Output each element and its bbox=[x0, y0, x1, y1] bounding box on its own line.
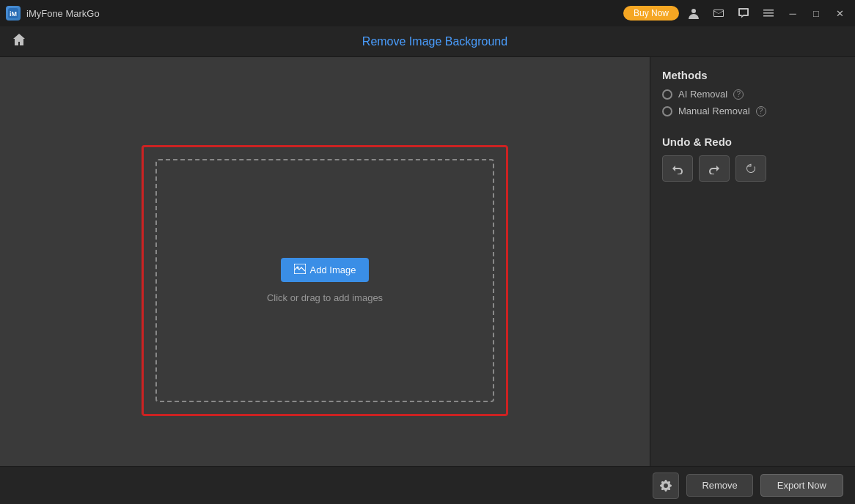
title-bar-controls: Buy Now ─ □ ✕ bbox=[623, 3, 849, 23]
app-title: iMyFone MarkGo bbox=[26, 8, 100, 19]
ai-removal-help-icon[interactable]: ? bbox=[733, 89, 744, 100]
undo-redo-buttons bbox=[662, 155, 843, 182]
manual-removal-help-icon[interactable]: ? bbox=[756, 106, 766, 116]
settings-button[interactable] bbox=[653, 472, 679, 499]
chat-icon-button[interactable] bbox=[733, 3, 754, 23]
page-title: Remove Image Background bbox=[26, 35, 843, 48]
minimize-button[interactable]: ─ bbox=[783, 4, 802, 23]
add-image-button[interactable]: Add Image bbox=[281, 258, 370, 282]
drag-hint: Click or drag to add images bbox=[267, 292, 383, 303]
add-image-label: Add Image bbox=[310, 264, 356, 275]
right-panel: Methods AI Removal ? Manual Removal ? Un… bbox=[650, 57, 855, 504]
bottom-bar: Remove Export Now bbox=[0, 466, 855, 504]
methods-section: Methods AI Removal ? Manual Removal ? bbox=[662, 69, 843, 122]
title-bar: iM iMyFone MarkGo Buy Now ─ □ bbox=[0, 0, 855, 26]
home-icon[interactable] bbox=[12, 32, 26, 51]
drop-zone[interactable]: Add Image Click or drag to add images bbox=[155, 159, 494, 402]
buy-now-button[interactable]: Buy Now bbox=[623, 6, 679, 21]
mail-icon-button[interactable] bbox=[708, 3, 729, 23]
ai-removal-option[interactable]: AI Removal ? bbox=[662, 89, 843, 100]
methods-title: Methods bbox=[662, 69, 843, 81]
maximize-button[interactable]: □ bbox=[807, 4, 826, 23]
canvas-area: Add Image Click or drag to add images bbox=[0, 57, 650, 504]
undo-redo-section: Undo & Redo bbox=[662, 136, 843, 182]
drop-zone-highlight: Add Image Click or drag to add images bbox=[142, 145, 508, 416]
close-button[interactable]: ✕ bbox=[830, 4, 849, 23]
reset-button[interactable] bbox=[735, 155, 766, 182]
menu-icon-button[interactable] bbox=[758, 3, 779, 23]
main-layout: Add Image Click or drag to add images Me… bbox=[0, 57, 855, 504]
svg-text:iM: iM bbox=[10, 10, 17, 18]
manual-removal-radio[interactable] bbox=[662, 106, 672, 116]
image-icon bbox=[294, 264, 306, 276]
undo-button[interactable] bbox=[662, 155, 693, 182]
ai-removal-label: AI Removal bbox=[678, 89, 727, 100]
manual-removal-label: Manual Removal bbox=[678, 105, 750, 116]
title-bar-left: iM iMyFone MarkGo bbox=[6, 6, 100, 21]
toolbar: Remove Image Background bbox=[0, 26, 855, 57]
export-now-button[interactable]: Export Now bbox=[760, 474, 843, 497]
redo-button[interactable] bbox=[699, 155, 730, 182]
user-icon-button[interactable] bbox=[683, 3, 704, 23]
remove-button[interactable]: Remove bbox=[686, 474, 752, 497]
manual-removal-option[interactable]: Manual Removal ? bbox=[662, 105, 843, 116]
undo-redo-title: Undo & Redo bbox=[662, 136, 843, 148]
app-logo: iM bbox=[6, 6, 21, 21]
ai-removal-radio[interactable] bbox=[662, 89, 672, 100]
